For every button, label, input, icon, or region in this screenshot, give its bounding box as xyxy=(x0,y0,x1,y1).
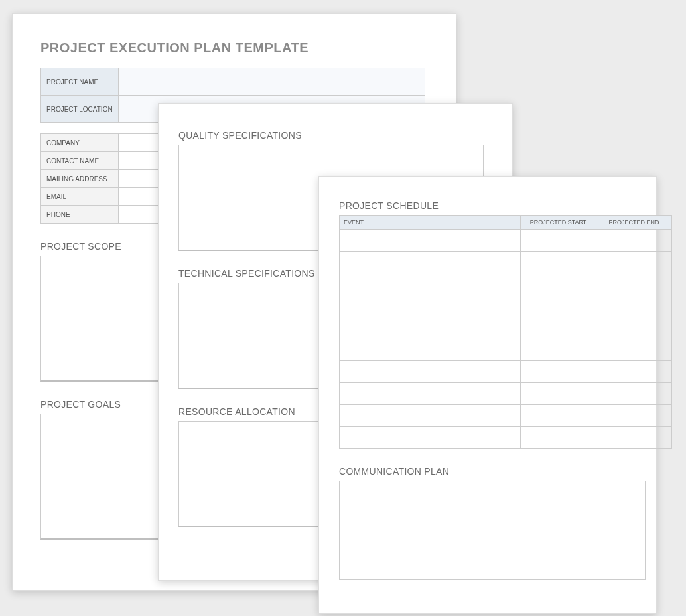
communication-box[interactable] xyxy=(339,481,646,580)
table-cell[interactable] xyxy=(340,427,521,449)
table-cell[interactable] xyxy=(596,427,672,449)
table-cell[interactable] xyxy=(340,273,521,295)
table-cell[interactable] xyxy=(340,339,521,361)
label-contact: CONTACT NAME xyxy=(41,152,119,170)
label-email: EMAIL xyxy=(41,188,119,206)
table-cell[interactable] xyxy=(521,273,596,295)
page-3: PROJECT SCHEDULE EVENT PROJECTED START P… xyxy=(318,176,657,614)
label-company: COMPANY xyxy=(41,134,119,152)
table-cell[interactable] xyxy=(596,383,672,405)
table-cell[interactable] xyxy=(596,405,672,427)
heading-quality: QUALITY SPECIFICATIONS xyxy=(178,130,492,141)
table-cell[interactable] xyxy=(521,295,596,317)
table-cell[interactable] xyxy=(521,427,596,449)
section-communication: COMMUNICATION PLAN xyxy=(339,466,636,580)
table-cell[interactable] xyxy=(340,405,521,427)
table-cell[interactable] xyxy=(340,317,521,339)
table-row xyxy=(340,273,672,295)
table-row xyxy=(340,230,672,252)
table-row xyxy=(340,295,672,317)
heading-schedule: PROJECT SCHEDULE xyxy=(339,200,636,211)
table-cell[interactable] xyxy=(596,317,672,339)
table-cell[interactable] xyxy=(521,361,596,383)
table-row xyxy=(340,405,672,427)
table-row xyxy=(340,339,672,361)
table-cell[interactable] xyxy=(521,252,596,273)
label-mailing: MAILING ADDRESS xyxy=(41,170,119,188)
table-cell[interactable] xyxy=(596,361,672,383)
table-cell[interactable] xyxy=(521,230,596,252)
section-schedule: PROJECT SCHEDULE EVENT PROJECTED START P… xyxy=(339,200,636,449)
table-row xyxy=(340,383,672,405)
table-cell[interactable] xyxy=(596,339,672,361)
table-cell[interactable] xyxy=(340,361,521,383)
label-phone: PHONE xyxy=(41,206,119,224)
table-row xyxy=(340,252,672,273)
doc-title: PROJECT EXECUTION PLAN TEMPLATE xyxy=(40,40,428,56)
col-end: PROJECTED END xyxy=(596,216,672,230)
heading-communication: COMMUNICATION PLAN xyxy=(339,466,636,477)
table-cell[interactable] xyxy=(521,339,596,361)
table-row xyxy=(340,427,672,449)
schedule-table: EVENT PROJECTED START PROJECTED END xyxy=(339,215,672,449)
col-event: EVENT xyxy=(340,216,521,230)
table-cell[interactable] xyxy=(521,317,596,339)
col-start: PROJECTED START xyxy=(521,216,596,230)
label-project-name: PROJECT NAME xyxy=(41,68,119,96)
table-cell[interactable] xyxy=(596,273,672,295)
label-project-location: PROJECT LOCATION xyxy=(41,96,119,123)
table-cell[interactable] xyxy=(340,230,521,252)
table-cell[interactable] xyxy=(340,252,521,273)
table-cell[interactable] xyxy=(596,252,672,273)
table-cell[interactable] xyxy=(596,230,672,252)
table-cell[interactable] xyxy=(340,295,521,317)
table-cell[interactable] xyxy=(521,383,596,405)
table-cell[interactable] xyxy=(340,383,521,405)
value-project-name[interactable] xyxy=(119,68,425,96)
table-row xyxy=(340,361,672,383)
table-row xyxy=(340,317,672,339)
table-cell[interactable] xyxy=(596,295,672,317)
table-cell[interactable] xyxy=(521,405,596,427)
